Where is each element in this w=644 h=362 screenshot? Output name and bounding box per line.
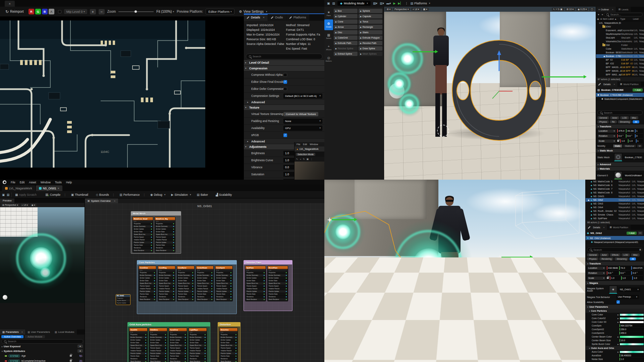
search-input[interactable] — [593, 248, 639, 251]
browse-icon[interactable]: ▤ — [7, 193, 9, 196]
niagara-asset-dropdown[interactable]: NS_Orb01▾ — [619, 288, 640, 292]
modeling-tool-button[interactable]: ◆Revolve Path — [359, 41, 382, 45]
save-icon[interactable]: ▣ — [2, 193, 5, 196]
module-row[interactable]: Properties — [149, 334, 167, 336]
gizmo-icons[interactable]: ↖+↻▣⋮ — [294, 157, 324, 162]
show-dropdown[interactable]: ▦ ▾ — [422, 8, 429, 11]
outliner-row[interactable]: ◉ BPP_MAS...aperStack Edit BPP_M LVL_Nia… — [596, 73, 644, 76]
parameter-row[interactable]: CoreSpin02 ▶ 250.0 — [586, 327, 644, 331]
filter-chip[interactable]: Re — [610, 120, 616, 123]
module-row[interactable]: Particle State — [158, 293, 175, 296]
skip-icon[interactable]: ▶▏ — [398, 2, 403, 5]
tab-details[interactable]: Details× — [596, 81, 618, 87]
module-row[interactable]: Particle Spawn — [246, 285, 266, 288]
filter-chip[interactable]: Physics — [597, 120, 609, 123]
modeling-tool-button[interactable]: ◆Rectangle — [359, 25, 382, 29]
menu-item[interactable]: File — [11, 181, 15, 184]
mip-plus-button[interactable]: + — [90, 9, 96, 14]
parameter-row[interactable]: Noise Size ▶ 1.0 — [586, 357, 644, 361]
module-row[interactable]: Emitter Update — [268, 277, 288, 280]
module-row[interactable]: Properties — [215, 272, 232, 274]
module-row[interactable]: Particle State — [268, 293, 288, 296]
outliner-search[interactable] — [604, 13, 643, 16]
module-row[interactable]: Initialize Particle — [177, 288, 194, 290]
channel-button[interactable]: G — [35, 9, 41, 14]
add-component-button[interactable]: + Add — [633, 88, 643, 92]
section-materials[interactable]: Materials — [596, 166, 644, 171]
details-row[interactable]: Virtual Texture StreamingConvert to Virt… — [244, 111, 324, 118]
section-user-parameters[interactable]: User Parameters — [586, 304, 644, 309]
outliner-row[interactable]: ◉ SM Folder — [596, 43, 644, 47]
module-row[interactable]: Emitter Update — [158, 277, 175, 280]
module-row[interactable]: Particle State — [189, 355, 207, 358]
parameter-row[interactable]: Core Color02 ▶ — [586, 316, 644, 320]
view-options-icon[interactable]: ◉ ▾ — [30, 203, 37, 207]
details-row[interactable]: Level Of Detail — [244, 60, 324, 66]
module-row[interactable]: Spawn Burst Inst. — [155, 233, 175, 236]
tab-details[interactable]: Details× — [586, 225, 607, 230]
module-row[interactable]: Renderers — [155, 247, 175, 249]
module-row[interactable]: Emitter State — [139, 280, 156, 282]
module-row[interactable]: Particle Spawn — [215, 285, 232, 288]
expand-icon[interactable]: ▶ — [618, 314, 619, 316]
parameter-row[interactable]: Core Color ▶ — [586, 313, 644, 316]
outliner-row[interactable]: ◉ ◆ NS_Orb2 NiagaraAct LVL_Niagar — [586, 198, 644, 202]
outliner-row[interactable]: ◉ ◆ NS_MatrixCode_8 NiagaraAct LVL_Niaga… — [586, 191, 644, 194]
module-row[interactable]: Particle Spawn — [189, 347, 207, 350]
visibility-icon[interactable]: ◉ — [588, 199, 591, 201]
module-row[interactable]: Particle Update — [268, 290, 288, 293]
details-row[interactable]: Compression — [244, 66, 324, 71]
module-row[interactable]: Emitter Update — [155, 228, 175, 231]
section-transform[interactable]: Transform — [596, 124, 644, 128]
module-row[interactable]: Particle Spawn — [196, 285, 213, 288]
scale-z[interactable]: 1.0 — [632, 276, 643, 280]
mip-level-dropdown[interactable]: Mip Level 0▾ — [64, 9, 87, 14]
module-row[interactable]: Initialize Particle — [169, 350, 187, 352]
location-x[interactable]: 432.5846 — [607, 266, 618, 270]
location-dropdown[interactable]: Location▾ — [587, 266, 606, 270]
emitter-node[interactable]: AuraOrb ≡ ↻ PropertiesEmitter SummaryEmi… — [129, 328, 148, 362]
material-asset-field[interactable]: WorldGridMateri — [624, 174, 643, 177]
location-z[interactable]: 164.0729 — [631, 266, 643, 270]
module-row[interactable]: Renderers — [196, 296, 213, 298]
toolbar-button[interactable]: ▦Apply Scratch — [14, 192, 41, 197]
mesh-asset-field[interactable]: Boolean_C781E2 — [624, 156, 643, 159]
module-row[interactable]: Particle Update — [177, 290, 194, 293]
module-row[interactable]: Particle State — [155, 244, 175, 247]
metal-torus-mesh[interactable] — [449, 38, 548, 143]
module-row[interactable]: Particle Spawn — [169, 347, 187, 350]
module-row[interactable]: Renderers — [246, 296, 266, 298]
numeric-value[interactable]: 10.0 — [620, 339, 644, 342]
module-row[interactable]: Emitter State — [169, 342, 187, 344]
toolbar-button[interactable]: ▟Scalability — [214, 192, 236, 197]
gizmo-arrow[interactable] — [413, 51, 437, 52]
details-row[interactable]: Editor Defer Compression — [244, 85, 324, 93]
module-row[interactable]: Renderers — [220, 358, 237, 360]
filter-chip[interactable]: LOD — [622, 253, 630, 256]
component-row[interactable]: ◆Boolean_C781E2BE (Instance) — [596, 93, 644, 97]
emitter-node[interactable]: CoreBurst ≡ ↻ PropertiesEmitter SummaryE… — [177, 266, 195, 301]
module-row[interactable]: Emitter Summary — [246, 274, 266, 277]
rotation-x[interactable]: 0.0 ° — [617, 134, 625, 138]
expand-icon[interactable]: ▶ — [618, 317, 619, 319]
filter-chip[interactable]: Misc — [630, 116, 638, 119]
close-icon[interactable]: × — [263, 16, 265, 19]
section-static-mesh[interactable]: Static Mesh — [596, 148, 644, 153]
menu-item[interactable]: File — [297, 143, 300, 145]
texture-preview[interactable]: 1104C — [0, 20, 205, 168]
filter-chip[interactable]: Streaming — [614, 257, 629, 260]
module-row[interactable]: Initialize Particle — [189, 350, 207, 352]
module-row[interactable]: Properties — [155, 223, 175, 225]
module-row[interactable]: Emitter Summary — [129, 336, 147, 339]
details-row-value[interactable]: Convert to Virtual Texture — [283, 112, 318, 116]
outliner-row[interactable]: ◉ ◆ NS_Orb01 NiagaraAct LVL_Niagar — [586, 194, 644, 198]
module-row[interactable]: Emitter State — [196, 280, 213, 282]
close-icon[interactable]: × — [613, 83, 615, 85]
filter-chip[interactable]: Misc — [631, 253, 639, 256]
module-row[interactable]: Mesh Renderer — [246, 298, 266, 301]
toolbar-button[interactable]: ▶Simulation▾ — [170, 192, 193, 197]
module-row[interactable]: Mesh Renderer — [215, 298, 232, 301]
details-row[interactable]: Editor Show Final Encode — [244, 78, 324, 85]
scale-x[interactable]: 1.0 — [620, 139, 627, 143]
outliner-row[interactable]: ◉ Cube StaticMesh LVL_Niaga — [596, 47, 644, 51]
